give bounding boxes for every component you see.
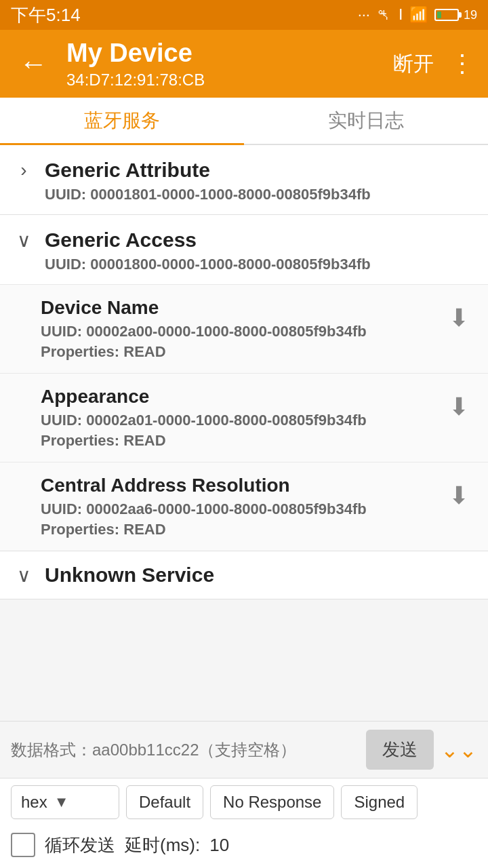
char-device-name-props: Properties: READ [41, 343, 443, 361]
format-select[interactable]: hex ▼ [11, 785, 119, 819]
service-list: › Generic Attribute UUID: 00001801-0000-… [0, 145, 488, 742]
tab-realtime-log[interactable]: 实时日志 [244, 98, 488, 144]
chevron-down-icon-unknown: ∨ [14, 564, 34, 587]
chevron-right-icon: › [14, 159, 34, 181]
send-row: 发送 ⌄⌄ [0, 722, 488, 778]
write-default-button[interactable]: Default [126, 785, 203, 819]
device-address: 34:D7:12:91:78:CB [66, 71, 380, 90]
bottom-bar: 发送 ⌄⌄ hex ▼ Default No Response Signed 循… [0, 721, 488, 868]
options-row: hex ▼ Default No Response Signed [0, 778, 488, 826]
delay-label: 延时(ms): [125, 833, 200, 857]
status-time: 下午5:14 [11, 3, 81, 27]
service-generic-access-uuid: UUID: 00001800-0000-1000-8000-00805f9b34… [0, 256, 488, 284]
status-icons: ··· ⯲ Ⅰ 📶 19 [358, 6, 477, 24]
expand-icon[interactable]: ⌄⌄ [441, 737, 477, 763]
loop-send-checkbox[interactable] [11, 833, 35, 857]
app-header: ← My Device 34:D7:12:91:78:CB 断开 ⋮ [0, 30, 488, 98]
header-actions: 断开 ⋮ [393, 50, 474, 78]
service-generic-attribute-uuid: UUID: 00001801-0000-1000-8000-00805f9b34… [0, 186, 488, 214]
characteristic-device-name: Device Name UUID: 00002a00-0000-1000-800… [0, 284, 488, 373]
write-signed-button[interactable]: Signed [341, 785, 418, 819]
status-bar: 下午5:14 ··· ⯲ Ⅰ 📶 19 [0, 0, 488, 30]
disconnect-button[interactable]: 断开 [393, 50, 434, 78]
char-central-address-props: Properties: READ [41, 521, 443, 538]
write-no-response-button[interactable]: No Response [210, 785, 334, 819]
more-options-button[interactable]: ⋮ [450, 52, 474, 76]
wifi-icon: 📶 [409, 6, 428, 24]
service-generic-access: ∨ Generic Access UUID: 00001800-0000-100… [0, 215, 488, 551]
format-value: hex [21, 793, 47, 812]
format-chevron-icon: ▼ [54, 793, 69, 811]
read-device-name-button[interactable]: ⬇ [443, 301, 474, 335]
char-device-name-uuid: UUID: 00002a00-0000-1000-8000-00805f9b34… [41, 323, 443, 340]
bluetooth-icon: ⯲ [377, 6, 392, 24]
read-central-address-button[interactable]: ⬇ [443, 479, 474, 513]
read-appearance-button[interactable]: ⬇ [443, 390, 474, 424]
char-appearance-uuid: UUID: 00002a01-0000-1000-8000-00805f9b34… [41, 412, 443, 429]
battery-level: 19 [464, 8, 477, 22]
chevron-down-icon: ∨ [14, 229, 34, 252]
device-title: My Device [66, 39, 380, 68]
header-title-area: My Device 34:D7:12:91:78:CB [66, 39, 380, 90]
characteristic-appearance: Appearance UUID: 00002a01-0000-1000-8000… [0, 373, 488, 462]
service-unknown: ∨ Unknown Service [0, 551, 488, 599]
service-generic-attribute: › Generic Attribute UUID: 00001801-0000-… [0, 145, 488, 215]
signal-bars-icon: Ⅰ [399, 6, 403, 24]
char-appearance-props: Properties: READ [41, 432, 443, 450]
data-input[interactable] [11, 741, 359, 760]
service-generic-access-header[interactable]: ∨ Generic Access [0, 215, 488, 256]
tab-bluetooth-service[interactable]: 蓝牙服务 [0, 98, 244, 144]
service-unknown-header[interactable]: ∨ Unknown Service [0, 551, 488, 599]
delay-value: 10 [209, 835, 229, 856]
battery-indicator: 19 [434, 8, 477, 22]
back-button[interactable]: ← [14, 42, 53, 85]
loop-row: 循环发送 延时(ms): 10 [0, 826, 488, 868]
signal-dots-icon: ··· [358, 6, 370, 24]
service-generic-attribute-header[interactable]: › Generic Attribute [0, 145, 488, 186]
characteristic-central-address: Central Address Resolution UUID: 00002aa… [0, 462, 488, 551]
send-button[interactable]: 发送 [366, 730, 434, 770]
loop-send-label: 循环发送 [45, 833, 115, 857]
tab-bar: 蓝牙服务 实时日志 [0, 98, 488, 145]
char-central-address-uuid: UUID: 00002aa6-0000-1000-8000-00805f9b34… [41, 500, 443, 518]
